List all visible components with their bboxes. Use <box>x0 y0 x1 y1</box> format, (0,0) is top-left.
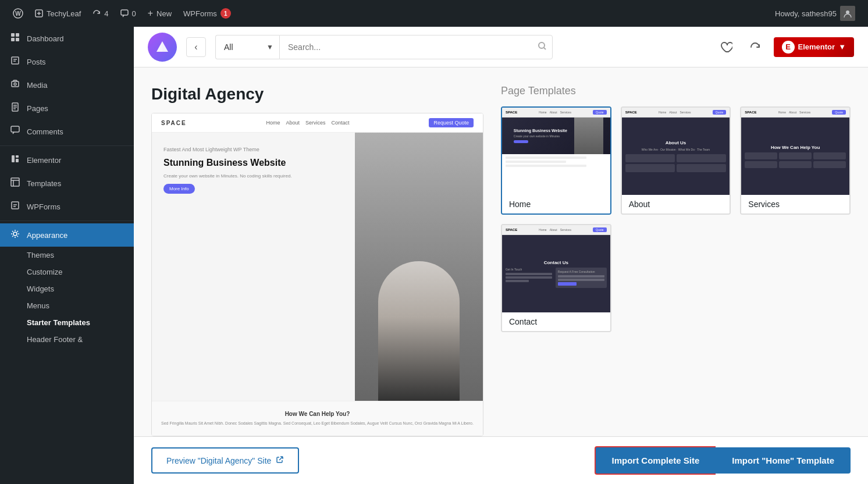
posts-icon <box>9 56 21 67</box>
svg-rect-18 <box>12 202 19 209</box>
fake-nav: SPACE Home About Services Contact Reques… <box>152 113 483 133</box>
sidebar: Dashboard Posts Media Pages Comments <box>0 27 134 484</box>
svg-rect-8 <box>16 38 19 41</box>
sidebar-item-media[interactable]: Media <box>0 73 134 97</box>
sidebar-item-templates[interactable]: Templates <box>0 172 134 195</box>
sidebar-label-appearance: Appearance <box>27 231 67 240</box>
import-complete-button[interactable]: Import Complete Site <box>595 446 716 475</box>
fake-nav-logo: SPACE <box>161 120 187 126</box>
favorites-button[interactable] <box>716 37 737 58</box>
template-card-label-services: Services <box>741 195 849 213</box>
sidebar-sub-header-footer[interactable]: Header Footer & <box>0 331 134 348</box>
elementor-logo-icon: E <box>782 41 795 54</box>
category-filter[interactable]: All Free Premium <box>215 35 279 59</box>
wpforms-adminbar-label: WPForms <box>183 9 217 18</box>
user-link[interactable]: Howdy, sathesh95 <box>769 0 861 27</box>
sidebar-item-appearance[interactable]: Appearance <box>0 223 134 247</box>
wpforms-adminbar-link[interactable]: WPForms 1 <box>177 0 237 27</box>
elementor-dropdown-icon: ▼ <box>838 42 846 51</box>
svg-rect-3 <box>121 10 128 15</box>
template-title: Digital Agency <box>151 85 483 104</box>
svg-rect-16 <box>16 159 19 162</box>
sidebar-item-wpforms[interactable]: WPForms <box>0 195 134 218</box>
svg-rect-10 <box>12 81 19 87</box>
template-card-preview-contact: SPACE HomeAboutServices Quote Contact Us <box>502 225 610 312</box>
site-name-link[interactable]: TechyLeaf <box>29 0 87 27</box>
svg-rect-13 <box>11 126 19 132</box>
comments-link[interactable]: 0 <box>115 0 142 27</box>
fp-nav-services: SPACE HomeAboutServices Quote <box>741 108 849 118</box>
sidebar-sub-label-widgets: Widgets <box>27 284 54 293</box>
refresh-button[interactable] <box>745 37 766 58</box>
fake-lower-title: How We Can Help You? <box>161 411 474 417</box>
sidebar-label-posts: Posts <box>27 58 46 66</box>
template-card-contact[interactable]: SPACE HomeAboutServices Quote Contact Us <box>501 224 611 332</box>
search-input[interactable] <box>279 35 553 59</box>
wp-logo[interactable]: W <box>7 0 29 27</box>
templates-header: ‹ All Free Premium ▼ <box>134 27 868 67</box>
fp-nav-home: SPACE HomeAboutServices Quote <box>502 108 610 118</box>
fake-hero-desc: Create your own website in Minutes. No c… <box>163 173 343 179</box>
fake-nav-links: Home About Services Contact <box>266 120 350 126</box>
fake-nav-contact: Contact <box>332 120 350 126</box>
template-card-home[interactable]: SPACE HomeAboutServices Quote Stunn <box>501 106 611 215</box>
fake-nav-cta: Request Quote <box>429 118 474 127</box>
new-content-link[interactable]: + New <box>142 0 177 27</box>
fake-page-about: SPACE HomeAboutServices Quote About Us <box>622 108 730 195</box>
fake-hero-title: Stunning Business Website <box>163 157 343 168</box>
sidebar-item-dashboard[interactable]: Dashboard <box>0 27 134 50</box>
template-card-preview-services: SPACE HomeAboutServices Quote How We Can… <box>741 108 849 195</box>
template-card-label-about: About <box>622 195 730 213</box>
search-icon <box>538 41 547 53</box>
import-template-button[interactable]: Import "Home" Template <box>716 447 851 474</box>
wpforms-icon <box>9 201 21 212</box>
sidebar-label-templates: Templates <box>27 179 61 188</box>
svg-point-19 <box>13 232 17 236</box>
svg-point-4 <box>846 10 849 14</box>
preview-site-button[interactable]: Preview "Digital Agency" Site <box>151 447 299 474</box>
content-scroll: Digital Agency SPACE Home About Services <box>134 67 868 436</box>
sidebar-sub-label-themes: Themes <box>27 251 54 259</box>
sidebar-sub-starter-templates[interactable]: Starter Templates <box>0 314 134 331</box>
back-button[interactable]: ‹ <box>186 37 206 57</box>
elementor-builder-select[interactable]: E Elementor ▼ <box>774 37 854 57</box>
fake-lower-section: How We Can Help You? Sed Fringilla Mauri… <box>152 401 483 436</box>
page-templates-heading: Page Templates <box>501 85 851 97</box>
comments-icon <box>9 126 21 137</box>
sidebar-item-elementor[interactable]: Elementor <box>0 148 134 172</box>
elementor-icon <box>9 154 21 166</box>
adminbar-right: Howdy, sathesh95 <box>769 0 861 27</box>
sidebar-label-media: Media <box>27 81 47 90</box>
main-content: ‹ All Free Premium ▼ <box>134 27 868 484</box>
sidebar-item-comments[interactable]: Comments <box>0 120 134 143</box>
svg-rect-15 <box>16 155 19 158</box>
bottom-bar: Preview "Digital Agency" Site Import Com… <box>134 436 868 484</box>
fp-about: About Us Who We Are · Our Mission · What… <box>622 118 730 195</box>
search-area: All Free Premium ▼ <box>215 35 553 59</box>
updates-link[interactable]: 4 <box>87 0 114 27</box>
sidebar-item-pages[interactable]: Pages <box>0 97 134 120</box>
content-area: Digital Agency SPACE Home About Services <box>134 67 868 484</box>
sidebar-sub-widgets[interactable]: Widgets <box>0 280 134 297</box>
template-card-about[interactable]: SPACE HomeAboutServices Quote About Us <box>621 106 731 215</box>
comments-count: 0 <box>132 9 136 18</box>
preview-btn-label: Preview "Digital Agency" Site <box>166 456 271 465</box>
template-card-services[interactable]: SPACE HomeAboutServices Quote How We Can… <box>740 106 851 215</box>
fp-content-rows-home <box>502 154 610 195</box>
svg-rect-17 <box>11 178 19 186</box>
template-preview: SPACE Home About Services Contact Reques… <box>151 113 483 436</box>
sidebar-sub-menus[interactable]: Menus <box>0 297 134 314</box>
template-card-preview-about: SPACE HomeAboutServices Quote About Us <box>622 108 730 195</box>
user-greeting: Howdy, sathesh95 <box>775 9 837 18</box>
sidebar-sub-label-starter: Starter Templates <box>27 318 90 327</box>
preview-inner: SPACE Home About Services Contact Reques… <box>152 113 483 436</box>
fake-page-home: SPACE HomeAboutServices Quote Stunn <box>502 108 610 195</box>
sidebar-item-posts[interactable]: Posts <box>0 50 134 73</box>
svg-rect-9 <box>12 57 19 64</box>
bottom-actions: Import Complete Site Import "Home" Templ… <box>595 446 851 475</box>
fp-hero-dark: Stunning Business Website Create your ow… <box>502 118 610 154</box>
sidebar-sub-customize[interactable]: Customize <box>0 264 134 280</box>
media-icon <box>9 79 21 91</box>
sidebar-sub-themes[interactable]: Themes <box>0 247 134 264</box>
sidebar-sub-label-customize: Customize <box>27 268 62 276</box>
